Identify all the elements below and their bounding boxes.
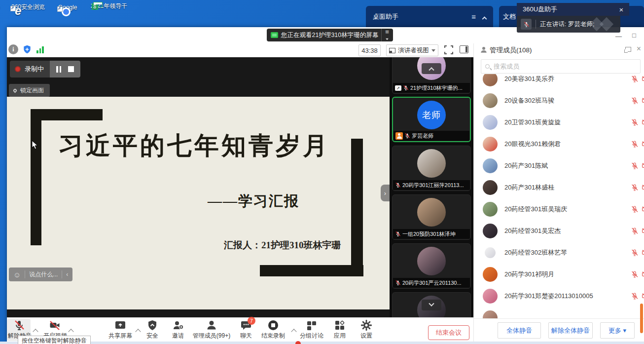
apps-button[interactable]: 应用 <box>328 319 351 341</box>
popout-panel-icon[interactable] <box>625 47 631 52</box>
settings-button[interactable]: 设置 <box>355 319 378 341</box>
security-button[interactable]: 安全 <box>141 319 164 341</box>
end-meeting-button[interactable]: 结束会议 <box>428 325 469 340</box>
camera-off-icon[interactable] <box>642 118 644 126</box>
pause-recording-icon[interactable] <box>56 66 61 73</box>
mute-all-button[interactable]: 全体静音 <box>498 322 541 339</box>
info-icon[interactable]: i <box>8 44 18 54</box>
view-mode-dropdown[interactable]: 演讲者视图 <box>386 44 438 56</box>
camera-off-icon[interactable] <box>642 97 644 105</box>
video-options-chevron[interactable] <box>68 329 73 334</box>
recording-options-chevron[interactable] <box>291 329 296 334</box>
member-avatar <box>483 289 498 304</box>
muted-mic-icon[interactable] <box>631 184 639 191</box>
video-tile[interactable]: ➚ <box>392 292 471 317</box>
member-row[interactable]: 20药产301陈斌 <box>474 155 644 177</box>
desktop-icon-wps-doc[interactable]: 2021年领导干 <box>90 2 128 10</box>
scrollbar-thumb[interactable] <box>640 304 643 333</box>
member-row[interactable]: 20美容301吴乐乔 <box>474 74 644 90</box>
notification-dot <box>295 341 301 344</box>
muted-mic-icon[interactable] <box>631 75 639 83</box>
avatar <box>417 247 446 275</box>
camera-off-icon[interactable] <box>642 270 644 278</box>
lock-view-button[interactable]: 锁定画面 <box>9 84 50 97</box>
member-row[interactable]: 20药经管301班吴瑞庆 <box>474 198 644 220</box>
minimize-button[interactable]: — <box>615 33 622 40</box>
side-by-side-layout-icon[interactable] <box>460 45 468 53</box>
collapse-chat-icon[interactable]: ‹ <box>66 271 68 278</box>
camera-off-icon[interactable] <box>642 162 644 170</box>
chat-button[interactable]: 7 聊天 <box>235 319 257 341</box>
video-tile[interactable]: ➚ 20药学301严云201130... <box>392 243 471 289</box>
stop-recording-icon[interactable] <box>68 66 74 72</box>
meeting-timer: 43:38 <box>358 44 381 56</box>
member-row[interactable]: 20药经管301吴宏杰 <box>474 220 644 242</box>
shortcut-arrow-icon <box>57 6 63 12</box>
breakout-rooms-button[interactable]: 分组讨论 <box>297 319 326 341</box>
member-row[interactable]: 20药产301林盛桂 <box>474 177 644 198</box>
video-tile[interactable]: ➚ 21护理310林宇珊的... <box>392 57 471 94</box>
camera-off-icon[interactable] <box>642 227 644 235</box>
desktop-icon-360-browser[interactable]: 360安全浏览 <box>9 3 47 11</box>
close-icon[interactable]: × <box>617 5 625 14</box>
desktop-icon-google-chrome[interactable]: Google <box>48 4 87 11</box>
more-button[interactable]: 更多 ▾ <box>600 322 635 339</box>
emoji-icon[interactable]: ☺ <box>13 271 21 278</box>
stop-recording-button[interactable]: 结束录制 <box>258 319 288 341</box>
search-input[interactable] <box>493 62 636 71</box>
meeting-toolbar: 解除静音 开启视频 共享屏幕 安全 邀请 管理 <box>7 317 473 342</box>
member-row[interactable]: 20设备302班马骏 <box>474 90 644 112</box>
muted-mic-icon[interactable] <box>631 162 639 170</box>
video-tile[interactable]: ➚ 20药学301江丽萍20113... <box>392 146 471 191</box>
maximize-button[interactable]: □ <box>632 32 636 39</box>
video-tile[interactable]: ➚ 一组20预防301林泽坤 <box>392 194 471 240</box>
watching-banner[interactable]: 您正在观看21护理310林宇珊的屏幕 ≡ <box>267 29 393 41</box>
muted-mic-icon[interactable] <box>631 140 639 148</box>
share-options-chevron[interactable] <box>135 329 141 334</box>
taskbar-edge[interactable] <box>0 342 644 344</box>
scroll-down-button[interactable] <box>422 300 441 310</box>
desktop-assistant-bar[interactable]: 桌面助手 ≡ <box>366 6 493 27</box>
close-panel-icon[interactable]: × <box>637 44 641 53</box>
camera-off-icon[interactable] <box>642 140 644 148</box>
member-row[interactable]: 20眼视光301赖俐君 <box>474 133 644 155</box>
quick-chat-input[interactable]: ☺ 说点什么... ‹ <box>9 268 72 281</box>
muted-mic-icon[interactable] <box>631 118 639 126</box>
camera-off-icon[interactable] <box>642 249 644 257</box>
member-name: 20药经管301班吴瑞庆 <box>504 205 567 214</box>
member-row[interactable]: 20药学301郑楚姿20113010005 <box>474 285 644 307</box>
members-panel-title: 管理成员(108) <box>490 46 532 55</box>
network-signal-icon[interactable] <box>36 46 44 53</box>
mic-options-chevron[interactable] <box>33 329 38 334</box>
invite-button[interactable]: 邀请 <box>167 319 189 341</box>
muted-mic-icon[interactable] <box>631 270 639 278</box>
share-screen-button[interactable]: 共享屏幕 <box>106 319 135 341</box>
video-tile[interactable]: 老师 ➚ 罗芸老师 <box>392 97 471 142</box>
fullscreen-icon[interactable] <box>444 45 453 54</box>
camera-off-icon[interactable] <box>642 292 644 300</box>
muted-mic-icon[interactable] <box>631 97 639 105</box>
member-status-icons <box>631 184 644 191</box>
member-row[interactable] <box>474 307 644 318</box>
scroll-up-button[interactable] <box>422 63 441 74</box>
menu-icon[interactable]: ≡ <box>471 12 476 21</box>
camera-off-icon[interactable] <box>642 75 644 83</box>
muted-mic-icon[interactable] <box>631 205 639 213</box>
member-avatar <box>483 137 498 152</box>
screen: ato 360安全浏览 Google 2021年领导干 桌面助手 ≡ 文档 — … <box>0 0 644 344</box>
member-row[interactable]: 20卫管301班黄旋旋 <box>474 112 644 133</box>
member-row[interactable]: 20药学301祁明月 <box>474 264 644 285</box>
manage-members-button[interactable]: 管理成员(99+) <box>190 319 233 341</box>
recording-controls[interactable]: 录制中 <box>10 61 80 77</box>
camera-off-icon[interactable] <box>642 184 644 191</box>
muted-mic-icon[interactable] <box>631 292 639 300</box>
muted-mic-icon[interactable] <box>631 249 639 257</box>
security-shield-icon[interactable] <box>22 44 32 54</box>
muted-mic-icon[interactable] <box>631 227 639 235</box>
collapse-icon[interactable] <box>482 16 487 21</box>
camera-off-icon[interactable] <box>642 205 644 213</box>
sidebar-expand-handle[interactable]: › <box>381 185 390 201</box>
banner-menu-icon[interactable]: ≡ <box>381 29 389 41</box>
member-row[interactable]: 20药经管302班林艺琴 <box>474 242 644 264</box>
unmute-all-button[interactable]: 解除全体静音 <box>548 322 593 339</box>
